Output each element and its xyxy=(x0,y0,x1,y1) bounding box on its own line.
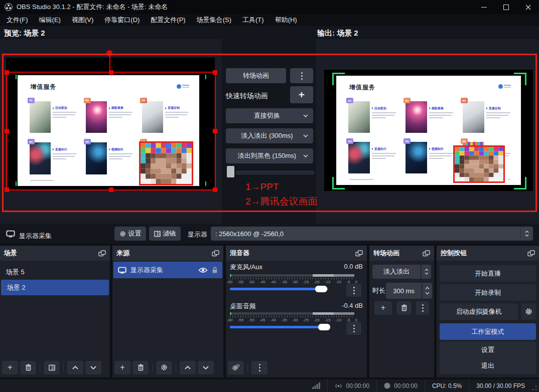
duration-input[interactable]: 300 ms xyxy=(386,283,422,299)
source-selection-box[interactable] xyxy=(6,72,216,190)
spinner-icon[interactable] xyxy=(520,227,533,241)
maximize-button[interactable] xyxy=(495,0,517,14)
source-filters-button[interactable]: 滤镜 xyxy=(149,227,181,241)
resize-grip[interactable] xyxy=(532,385,537,390)
studio-mode-button[interactable]: 工作室模式 xyxy=(440,323,536,340)
meter-ruler xyxy=(230,316,354,317)
double-gear-icon xyxy=(232,364,240,371)
spinner-icon[interactable] xyxy=(421,265,431,279)
popout-icon[interactable] xyxy=(423,250,430,257)
virtual-cam-settings-button[interactable] xyxy=(521,303,536,320)
output-canvas: 增值服务 01活动策划 02摄影摄像 03直播定制 04直播执行 05视频制作 … xyxy=(324,70,533,191)
volume-slider-track[interactable] xyxy=(230,288,328,290)
context-source-name: 显示器采集 xyxy=(19,232,52,241)
controls-dock-header: 控制按钮 xyxy=(437,246,539,261)
start-streaming-button[interactable]: 开始直播 xyxy=(440,265,536,282)
transition-menu-button[interactable] xyxy=(416,301,429,315)
slide-card: 03直播定制 xyxy=(463,101,512,133)
scene-filters-button[interactable] xyxy=(44,361,60,374)
start-recording-button[interactable]: 开始录制 xyxy=(440,284,536,301)
move-source-down-button[interactable] xyxy=(198,361,214,374)
transitions-button[interactable]: 转场动画 xyxy=(226,68,286,83)
menu-item-scene-collection[interactable]: 场景集合(S) xyxy=(191,14,237,26)
visibility-eye-icon[interactable] xyxy=(198,267,208,273)
channel-menu-button[interactable] xyxy=(346,284,361,297)
scene-item[interactable]: 场景 5 xyxy=(0,264,110,280)
minimize-button[interactable] xyxy=(473,0,495,14)
broadcast-icon xyxy=(335,383,342,389)
display-select[interactable]: : 2560x1600 @ -2560,0 xyxy=(211,227,533,241)
sources-dock-header: 来源 xyxy=(112,246,223,261)
menu-item-view[interactable]: 视图(V) xyxy=(66,14,99,26)
stream-timer: 00:00:00 xyxy=(328,379,376,392)
volume-slider-track[interactable] xyxy=(230,326,328,328)
slide-title: 增值服务 xyxy=(349,83,375,92)
monitor-icon xyxy=(6,230,15,238)
transitions-dock-header: 转场动画 xyxy=(369,246,434,261)
mixer-dock-header: 混音器 xyxy=(226,246,367,261)
rotation-handle[interactable] xyxy=(106,50,112,56)
card-image xyxy=(348,101,370,132)
bandwidth-indicator xyxy=(305,379,327,392)
volume-meter xyxy=(230,274,354,277)
menu-item-edit[interactable]: 编辑(E) xyxy=(34,14,66,26)
add-scene-button[interactable]: + xyxy=(2,361,18,374)
scene-transitions-dock: 转场动画 淡入淡出 时长 300 ms + xyxy=(369,246,434,377)
transition-bar-track[interactable] xyxy=(236,171,314,174)
slide-logo xyxy=(498,84,511,89)
volume-slider-handle[interactable] xyxy=(318,324,330,330)
quick-transition-cut[interactable]: 直接切换 xyxy=(226,108,313,123)
transitions-menu-button[interactable] xyxy=(290,68,313,83)
move-source-up-button[interactable] xyxy=(180,361,196,374)
popout-icon[interactable] xyxy=(98,250,106,257)
chevron-up-icon xyxy=(185,366,191,369)
settings-button[interactable]: 设置 xyxy=(440,341,536,358)
advanced-audio-button[interactable] xyxy=(228,361,244,374)
transition-select[interactable]: 淡入淡出 xyxy=(372,265,421,279)
trash-icon xyxy=(401,304,408,311)
menu-item-docks[interactable]: 停靠窗口(D) xyxy=(99,14,145,26)
menu-item-file[interactable]: 文件(F) xyxy=(1,14,34,26)
menu-item-profile[interactable]: 配置文件(P) xyxy=(145,14,191,26)
popout-icon[interactable] xyxy=(527,250,535,257)
signal-bars-icon xyxy=(312,382,320,389)
duration-spinner[interactable] xyxy=(422,283,432,299)
scene-item-selected[interactable]: 场景 2 xyxy=(1,280,109,295)
popout-icon[interactable] xyxy=(355,250,363,257)
scenes-toolbar: + xyxy=(0,360,101,374)
lock-icon[interactable] xyxy=(212,267,218,274)
quick-transition-fade-to-black[interactable]: 淡出到黑色 (150ms) xyxy=(226,148,313,163)
menu-item-help[interactable]: 帮助(H) xyxy=(270,14,303,26)
source-properties-button[interactable]: 设置 xyxy=(114,227,146,241)
cpu-usage: CPU: 0.5% xyxy=(425,379,469,392)
exit-button[interactable]: 退出 xyxy=(440,357,536,374)
remove-transition-button[interactable] xyxy=(396,301,412,315)
record-icon xyxy=(384,382,390,389)
channel-menu-button[interactable] xyxy=(346,322,361,335)
volume-slider-handle[interactable] xyxy=(315,286,327,292)
start-virtual-cam-button[interactable]: 启动虚拟摄像机 xyxy=(440,303,518,320)
audio-mixer-dock: 混音器 麦克风/Aux 0.0 dB -60-55-50-45-40-35-30… xyxy=(226,246,367,377)
titlebar: OBS Studio 30.1.2 - 配置文件: 未命名 - 场景: 未命名 xyxy=(0,0,539,14)
chevron-down-icon xyxy=(303,154,308,157)
add-quick-transition-button[interactable]: + xyxy=(290,86,313,103)
close-button[interactable] xyxy=(517,0,539,14)
annotation-text-2: 2→腾讯会议画面 xyxy=(245,195,318,208)
source-properties-button[interactable] xyxy=(156,361,172,374)
slide-card: 04直播执行 xyxy=(348,141,397,174)
move-scene-up-button[interactable] xyxy=(67,361,83,374)
remove-scene-button[interactable] xyxy=(20,361,36,374)
source-item-selected[interactable]: 显示器采集 xyxy=(113,262,222,278)
menu-item-tools[interactable]: 工具(T) xyxy=(237,14,270,26)
filter-icon xyxy=(49,364,55,371)
transition-bar-handle[interactable] xyxy=(227,166,234,177)
remove-source-button[interactable] xyxy=(132,361,149,374)
add-source-button[interactable]: + xyxy=(114,361,130,374)
menubar: 文件(F) 编辑(E) 视图(V) 停靠窗口(D) 配置文件(P) 场景集合(S… xyxy=(0,14,539,26)
mixer-menu-button[interactable] xyxy=(251,361,267,374)
quick-transition-fade[interactable]: 淡入淡出 (300ms) xyxy=(226,128,313,143)
slide-card: 01活动策划 xyxy=(348,101,397,133)
popout-icon[interactable] xyxy=(212,250,219,257)
move-scene-down-button[interactable] xyxy=(85,361,101,374)
add-transition-button[interactable]: + xyxy=(374,301,392,315)
